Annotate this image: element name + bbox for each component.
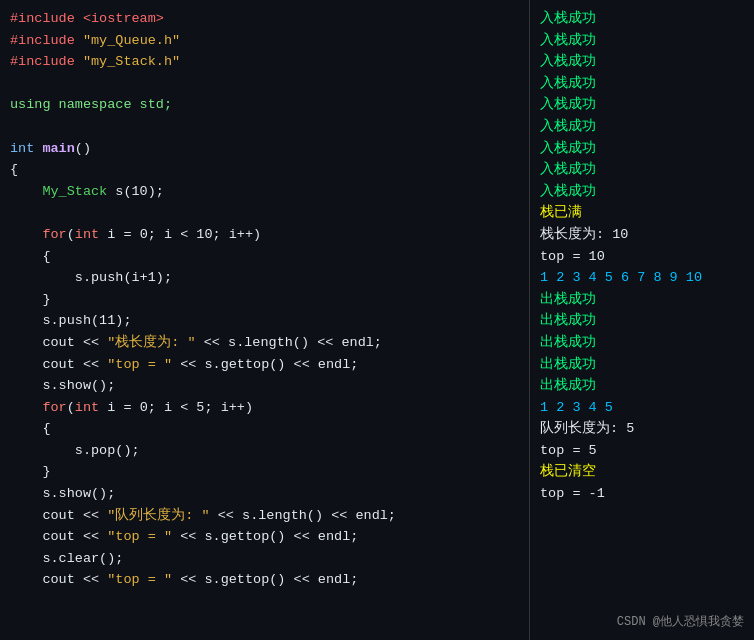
output-line-10: 栈已满	[540, 202, 744, 224]
code-line-26: s.clear();	[10, 548, 519, 570]
code-line-9: My_Stack s(10);	[10, 181, 519, 203]
code-line-23: s.show();	[10, 483, 519, 505]
code-panel: #include <iostream> #include "my_Queue.h…	[0, 0, 530, 640]
code-line-12: {	[10, 246, 519, 268]
code-line-5: using namespace std;	[10, 94, 519, 116]
code-line-6	[10, 116, 519, 138]
code-line-18: s.show();	[10, 375, 519, 397]
code-line-11: for(int i = 0; i < 10; i++)	[10, 224, 519, 246]
code-line-27: cout << "top = " << s.gettop() << endl;	[10, 569, 519, 591]
code-line-8: {	[10, 159, 519, 181]
code-line-17: cout << "top = " << s.gettop() << endl;	[10, 354, 519, 376]
output-line-20: 队列长度为: 5	[540, 418, 744, 440]
output-line-14: 出栈成功	[540, 289, 744, 311]
code-line-22: }	[10, 461, 519, 483]
output-line-22: 栈已清空	[540, 461, 744, 483]
output-line-7: 入栈成功	[540, 138, 744, 160]
output-line-8: 入栈成功	[540, 159, 744, 181]
output-line-19: 1 2 3 4 5	[540, 397, 744, 419]
output-line-17: 出栈成功	[540, 354, 744, 376]
watermark: CSDN @他人恐惧我贪婪	[617, 613, 744, 632]
code-line-10	[10, 202, 519, 224]
output-line-15: 出栈成功	[540, 310, 744, 332]
code-line-7: int main()	[10, 138, 519, 160]
output-line-13: 1 2 3 4 5 6 7 8 9 10	[540, 267, 744, 289]
code-line-3: #include "my_Stack.h"	[10, 51, 519, 73]
output-line-6: 入栈成功	[540, 116, 744, 138]
code-line-16: cout << "栈长度为: " << s.length() << endl;	[10, 332, 519, 354]
output-line-11: 栈长度为: 10	[540, 224, 744, 246]
output-line-5: 入栈成功	[540, 94, 744, 116]
code-line-14: }	[10, 289, 519, 311]
output-line-2: 入栈成功	[540, 30, 744, 52]
output-line-9: 入栈成功	[540, 181, 744, 203]
code-line-20: {	[10, 418, 519, 440]
output-line-1: 入栈成功	[540, 8, 744, 30]
code-line-13: s.push(i+1);	[10, 267, 519, 289]
code-line-25: cout << "top = " << s.gettop() << endl;	[10, 526, 519, 548]
code-line-24: cout << "队列长度为: " << s.length() << endl;	[10, 505, 519, 527]
code-line-1: #include <iostream>	[10, 8, 519, 30]
output-line-12: top = 10	[540, 246, 744, 268]
code-line-19: for(int i = 0; i < 5; i++)	[10, 397, 519, 419]
code-line-15: s.push(11);	[10, 310, 519, 332]
output-line-16: 出栈成功	[540, 332, 744, 354]
output-panel: 入栈成功 入栈成功 入栈成功 入栈成功 入栈成功 入栈成功 入栈成功 入栈成功 …	[530, 0, 754, 640]
code-line-21: s.pop();	[10, 440, 519, 462]
output-line-3: 入栈成功	[540, 51, 744, 73]
output-line-21: top = 5	[540, 440, 744, 462]
code-line-2: #include "my_Queue.h"	[10, 30, 519, 52]
output-line-23: top = -1	[540, 483, 744, 505]
output-line-18: 出栈成功	[540, 375, 744, 397]
code-line-4	[10, 73, 519, 95]
output-line-4: 入栈成功	[540, 73, 744, 95]
